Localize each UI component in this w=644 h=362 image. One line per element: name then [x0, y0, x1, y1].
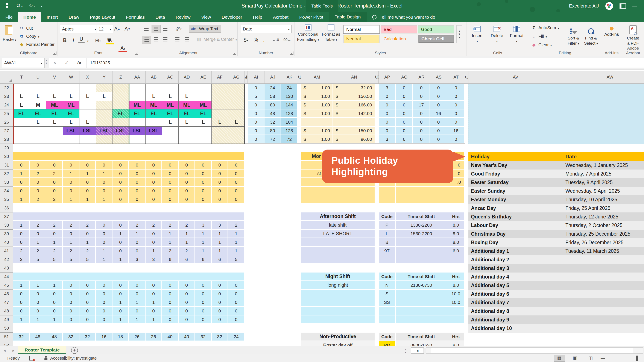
roster-cell[interactable]: EL	[30, 109, 46, 118]
percent-style-button[interactable]: %	[252, 36, 260, 44]
paste-button[interactable]: Paste	[2, 24, 17, 43]
count-cell[interactable]: 0	[112, 290, 129, 298]
count-cell[interactable]: 0	[46, 161, 63, 170]
count-cell[interactable]: 0	[162, 170, 178, 178]
shift-name-cell[interactable]	[301, 238, 375, 247]
holiday-date-cell[interactable]: Wednesday, 9 April 2025	[563, 187, 644, 195]
user-name[interactable]: Excelerate AU	[569, 3, 599, 9]
count-cell[interactable]: 0	[129, 161, 146, 170]
count-cell[interactable]: 0	[212, 281, 228, 290]
formula-input[interactable]: 1/01/2025	[86, 58, 644, 68]
count-cell[interactable]: 0	[212, 307, 228, 316]
count-cell[interactable]: 1	[96, 170, 112, 178]
shift-hrs-cell[interactable]	[447, 316, 465, 324]
count-cell[interactable]: 0	[80, 230, 96, 238]
roster-cell[interactable]	[46, 127, 63, 135]
count-cell[interactable]: 3	[212, 221, 228, 230]
roster-cell[interactable]: ML	[162, 101, 178, 109]
penalty-cell[interactable]: 16	[447, 127, 465, 135]
holiday-date-cell[interactable]	[563, 316, 644, 324]
penalty-cell[interactable]: 0	[430, 84, 447, 92]
roster-cell[interactable]	[80, 84, 96, 92]
count-cell[interactable]: 5	[228, 255, 245, 264]
penalty-cell[interactable]: 0	[379, 118, 396, 127]
shift-table-title[interactable]: Afternoon Shift	[301, 212, 375, 221]
count-cell[interactable]: 1	[129, 298, 146, 307]
count-cell[interactable]: 1	[13, 195, 30, 204]
shift-code-cell[interactable]: S	[379, 290, 396, 298]
tab-draw[interactable]: Draw	[63, 12, 84, 22]
roster-cell[interactable]: ML	[46, 101, 63, 109]
count-cell[interactable]: 1	[112, 316, 129, 324]
count-cell[interactable]: 0	[228, 298, 245, 307]
cell-style-good[interactable]: Good	[418, 25, 454, 33]
count-cell[interactable]: 0	[162, 178, 178, 187]
count-cell[interactable]: 0	[195, 307, 212, 316]
roster-cell[interactable]: LSL	[63, 127, 80, 135]
count-cell[interactable]: 0	[63, 161, 80, 170]
roster-cell[interactable]: L	[30, 118, 46, 127]
hours-cell[interactable]: 5	[248, 92, 264, 101]
count-cell[interactable]: 0	[63, 307, 80, 316]
count-cell[interactable]: 0	[146, 195, 162, 204]
count-cell[interactable]: 0	[162, 195, 178, 204]
count-cell[interactable]: 0	[96, 316, 112, 324]
row-header-29[interactable]: 29	[0, 144, 13, 152]
roster-cell[interactable]	[112, 135, 129, 144]
column-header-AL[interactable]: AL	[298, 71, 301, 84]
holiday-date-cell[interactable]: Thursday, 12 June 2025	[563, 212, 644, 221]
column-header-U[interactable]: U	[30, 71, 46, 84]
count-cell[interactable]: 0	[146, 230, 162, 238]
shift-name-cell[interactable]: long night	[301, 281, 375, 290]
shift-name-cell[interactable]	[301, 255, 375, 264]
count-cell[interactable]: 0	[13, 161, 30, 170]
hours-cell[interactable]: 0	[248, 127, 264, 135]
hours-cell[interactable]: 80	[264, 127, 281, 135]
count-cell[interactable]: 0	[80, 281, 96, 290]
count-cell[interactable]: 0	[162, 316, 178, 324]
count-cell[interactable]: 0	[146, 187, 162, 195]
count-cell[interactable]: 1	[195, 247, 212, 255]
count-cell[interactable]: 0	[46, 307, 63, 316]
tab-review[interactable]: Review	[170, 12, 196, 22]
roster-cell[interactable]: LSL	[80, 127, 96, 135]
roster-cell[interactable]	[195, 127, 212, 135]
copy-button[interactable]: ⧉Copy	[19, 33, 39, 40]
count-cell[interactable]: 0	[146, 161, 162, 170]
penalty-cell[interactable]: 0	[413, 118, 430, 127]
penalty-cell[interactable]: 0	[379, 127, 396, 135]
amount-cell[interactable]: $156.50	[333, 92, 375, 101]
count-cell[interactable]: 0	[162, 298, 178, 307]
roster-cell[interactable]: L	[178, 118, 195, 127]
holiday-date-cell[interactable]: Monday, 7 April 2025	[563, 170, 644, 178]
hours-cell[interactable]: 0	[248, 135, 264, 144]
holiday-date-cell[interactable]: Friday, 25 April 2025	[563, 204, 644, 212]
count-cell[interactable]: 0	[30, 290, 46, 298]
penalty-cell[interactable]: 0	[396, 92, 413, 101]
count-cell[interactable]: 0	[212, 161, 228, 170]
count-cell[interactable]: 0	[13, 298, 30, 307]
penalty-cell[interactable]: 0	[447, 135, 465, 144]
total-cell[interactable]: 26	[146, 333, 162, 341]
amount-cell[interactable]: $142.00	[333, 109, 375, 118]
cell[interactable]	[301, 118, 333, 127]
count-cell[interactable]: 2	[162, 247, 178, 255]
count-cell[interactable]: 1	[146, 316, 162, 324]
count-cell[interactable]: 0	[162, 290, 178, 298]
count-cell[interactable]: 0	[46, 178, 63, 187]
roster-cell[interactable]	[195, 135, 212, 144]
column-header-AV[interactable]: AV	[468, 71, 563, 84]
format-cells-button[interactable]: Format	[508, 26, 526, 44]
cancel-button[interactable]: ×	[54, 60, 56, 66]
row-header-51[interactable]: 51	[0, 333, 13, 341]
format-as-table-button[interactable]: Format asTable	[321, 24, 341, 42]
row-header-41[interactable]: 41	[0, 247, 13, 255]
count-cell[interactable]: 1	[146, 247, 162, 255]
rate-cell[interactable]: $1.00	[301, 127, 333, 135]
penalty-cell[interactable]: 0	[430, 118, 447, 127]
shift-code-cell[interactable]	[379, 187, 396, 195]
roster-cell[interactable]	[96, 135, 112, 144]
penalty-cell[interactable]: 0	[430, 101, 447, 109]
holiday-date-cell[interactable]: Thursday, 10 April 2025	[563, 195, 644, 204]
zoom-out-button[interactable]: —	[601, 356, 605, 361]
